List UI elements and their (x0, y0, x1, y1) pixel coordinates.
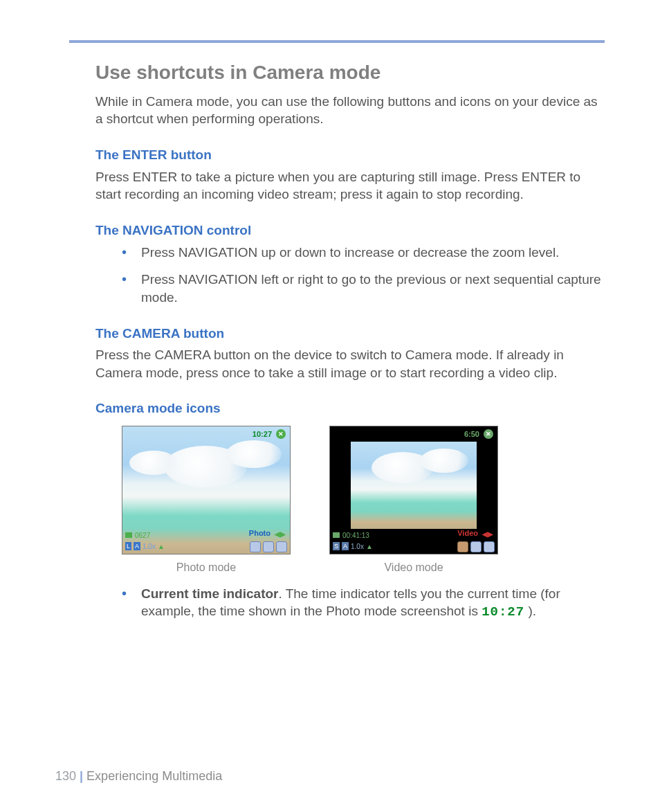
heading-navigation: The NAVIGATION control (95, 222, 605, 240)
footer-divider: | (80, 769, 86, 783)
counter-text: 00:41:13 (342, 531, 369, 541)
tool-icon (484, 541, 495, 552)
storage-icon (125, 532, 132, 538)
figure-photo: 10:27 ✕ Photo ◀▶ 0627 LA1.0x▲ Photo mode (122, 426, 291, 575)
storage-icon (333, 532, 340, 538)
arrows-icon: ◀▶ (482, 530, 493, 539)
top-rule (69, 40, 605, 43)
screenshot-video-mode: 6:50 ✕ Video ◀▶ 00:41:13 SA1.0x▲ (329, 426, 498, 554)
desc-bullet-list: Current time indicator. The time indicat… (122, 585, 605, 622)
bullet-strong: Current time indicator (141, 586, 278, 601)
tool-icon (263, 541, 274, 552)
time-indicator: 10:27 (253, 429, 272, 440)
page-number: 130 (55, 769, 76, 783)
tool-icon (457, 541, 468, 552)
page-footer: 130 | Experiencing Multimedia (55, 768, 222, 784)
close-icon: ✕ (484, 429, 493, 439)
mode-label: Video (457, 528, 478, 539)
caption-photo: Photo mode (122, 560, 291, 575)
body-camera: Press the CAMERA button on the device to… (95, 346, 605, 381)
counter-row: 00:41:13 (333, 531, 369, 541)
nav-bullet-list: Press NAVIGATION up or down to increase … (122, 244, 605, 307)
bullet-text-2: ). (524, 604, 536, 618)
chapter-name: Experiencing Multimedia (86, 769, 222, 783)
figure-video: 6:50 ✕ Video ◀▶ 00:41:13 SA1.0x▲ Video m… (329, 426, 498, 575)
bullet-text: Press NAVIGATION up or down to increase … (141, 245, 559, 260)
time-indicator: 6:50 (464, 429, 479, 440)
arrows-icon: ◀▶ (275, 530, 286, 539)
list-item: Press NAVIGATION up or down to increase … (122, 244, 605, 262)
status-row: SA1.0x▲ (333, 542, 373, 552)
mode-label: Photo (249, 528, 271, 539)
bottom-right-icons (457, 541, 495, 552)
caption-video: Video mode (329, 560, 498, 575)
heading-enter: The ENTER button (95, 146, 605, 164)
heading-camera-icons: Camera mode icons (95, 399, 605, 417)
intro-text: While in Camera mode, you can use the fo… (95, 93, 605, 128)
page-title: Use shortcuts in Camera mode (95, 60, 605, 86)
heading-camera: The CAMERA button (95, 325, 605, 343)
screenshot-photo-mode: 10:27 ✕ Photo ◀▶ 0627 LA1.0x▲ (122, 426, 291, 554)
list-item: Press NAVIGATION left or right to go to … (122, 271, 605, 306)
body-enter: Press ENTER to take a picture when you a… (95, 168, 605, 204)
counter-text: 0627 (135, 531, 150, 541)
tool-icon (250, 541, 261, 552)
figure-row: 10:27 ✕ Photo ◀▶ 0627 LA1.0x▲ Photo mode… (122, 426, 605, 575)
counter-row: 0627 (125, 531, 150, 541)
list-item: Current time indicator. The time indicat… (122, 585, 605, 622)
close-icon: ✕ (276, 429, 286, 439)
bullet-text: Press NAVIGATION left or right to go to … (141, 272, 601, 305)
tool-icon (276, 541, 287, 552)
tool-icon (470, 541, 482, 552)
status-row: LA1.0x▲ (125, 542, 165, 552)
time-example: 10:27 (482, 604, 524, 620)
bottom-right-icons (250, 541, 287, 552)
